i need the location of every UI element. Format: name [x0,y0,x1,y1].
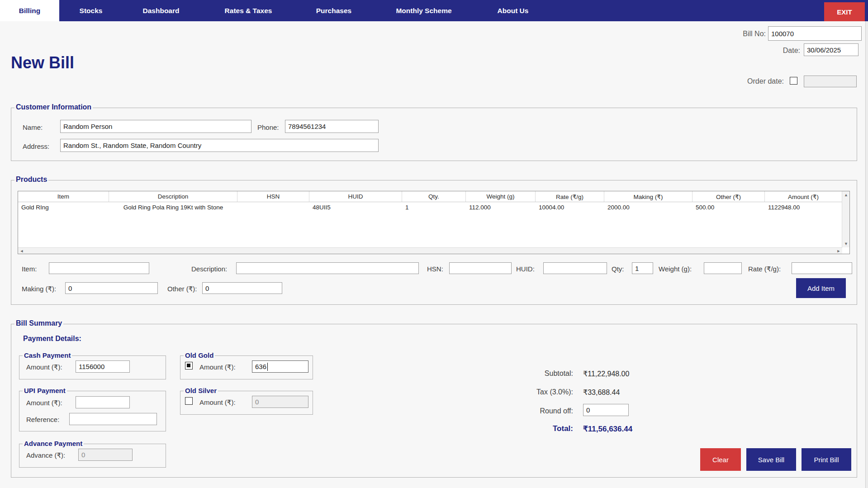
page-title: New Bill [11,53,74,72]
address-label: Address: [23,142,49,150]
cell-description: Gold Ring Pola Ring 19Kt with Stone [109,202,237,213]
order-date-checkbox[interactable] [790,77,797,85]
print-bill-button[interactable]: Print Bill [802,448,851,471]
entry-other-label: Other (₹): [167,285,197,293]
upi-reference-label: Reference: [26,416,59,423]
old-gold-checkbox[interactable] [185,362,193,370]
col-hsn: HSN [237,191,309,202]
col-item: Item [18,191,109,202]
advance-payment-group: Advance Payment Advance (₹): [19,444,166,468]
customer-information-legend: Customer Information [14,103,93,111]
table-vertical-scrollbar[interactable]: ▲ ▼ [842,191,849,247]
customer-phone-input[interactable] [285,120,379,133]
entry-huid-label: HUID: [516,265,535,273]
bill-summary-legend: Bill Summary [14,319,63,327]
upi-amount-input[interactable] [76,396,130,408]
nav-tab-rates-taxes[interactable]: Rates & Taxes [199,0,297,21]
nav-tab-dashboard[interactable]: Dashboard [123,0,199,21]
order-date-input [804,76,857,87]
entry-huid-input[interactable] [543,262,607,274]
add-item-button[interactable]: Add Item [796,278,846,298]
window-scrollbar-track[interactable] [865,21,868,488]
nav-tab-purchases[interactable]: Purchases [297,0,370,21]
nav-tab-about-us[interactable]: About Us [477,0,549,21]
date-label: Date: [783,47,800,55]
customer-address-input[interactable] [60,139,379,152]
col-weight: Weight (g) [466,191,536,202]
advance-amount-label: Advance (₹): [26,451,65,460]
nav-tab-stocks[interactable]: Stocks [59,0,123,21]
bill-no-input[interactable] [768,26,862,41]
col-huid: HUID [309,191,402,202]
clear-button[interactable]: Clear [700,448,741,471]
scroll-left-icon[interactable]: ◄ [18,248,25,254]
top-navbar: Billing Stocks Dashboard Rates & Taxes P… [0,0,868,21]
phone-label: Phone: [257,123,279,131]
total-value: ₹11,56,636.44 [583,424,632,434]
old-silver-checkbox[interactable] [185,397,193,405]
entry-hsn-input[interactable] [449,262,512,274]
entry-description-input[interactable] [236,262,419,274]
entry-qty-input[interactable] [632,262,653,274]
advance-payment-legend: Advance Payment [23,440,84,447]
entry-other-input[interactable] [202,282,282,294]
table-row[interactable]: Gold RIng Gold Ring Pola Ring 19Kt with … [18,202,849,213]
customer-name-input[interactable] [60,120,251,133]
nav-tab-monthly-scheme[interactable]: Monthly Scheme [370,0,477,21]
exit-button[interactable]: EXIT [824,2,865,21]
old-gold-checkbox-fill [187,364,190,367]
entry-weight-input[interactable] [704,262,742,274]
upi-payment-group: UPI Payment Amount (₹): Reference: [19,391,166,431]
cell-weight: 112.000 [466,202,536,213]
col-making: Making (₹) [604,191,693,202]
cash-amount-input[interactable] [76,360,130,373]
subtotal-label: Subtotal: [501,370,573,378]
payment-details-label: Payment Details: [23,335,81,343]
upi-reference-input[interactable] [69,413,157,425]
cell-other: 500.00 [693,202,765,213]
entry-item-label: Item: [22,265,37,273]
entry-description-label: Description: [191,265,227,273]
old-silver-legend: Old Silver [184,387,218,394]
col-description: Description [109,191,237,202]
tax-label: Tax (3.0%): [501,388,573,396]
save-bill-button[interactable]: Save Bill [746,448,796,471]
billing-page: Billing Stocks Dashboard Rates & Taxes P… [0,0,868,488]
cell-making: 2000.00 [604,202,693,213]
name-label: Name: [23,123,43,131]
col-amount: Amount (₹) [765,191,842,202]
scroll-up-icon[interactable]: ▲ [842,191,850,199]
scroll-right-icon[interactable]: ► [835,248,842,254]
entry-rate-input[interactable] [792,262,852,274]
old-silver-amount-input [252,396,308,408]
products-table-header: Item Description HSN HUID Qty. Weight (g… [18,191,849,202]
entry-hsn-label: HSN: [427,265,443,273]
scroll-down-icon[interactable]: ▼ [842,240,850,247]
subtotal-value: ₹11,22,948.00 [583,370,629,378]
entry-making-label: Making (₹): [22,285,56,293]
date-input[interactable] [804,43,859,56]
nav-tab-billing[interactable]: Billing [0,0,59,21]
order-date-label: Order date: [747,77,784,85]
col-qty: Qty. [402,191,466,202]
tax-value: ₹33,688.44 [583,388,620,397]
old-gold-amount-input[interactable] [252,360,308,373]
entry-rate-label: Rate (₹/g): [748,265,781,273]
old-silver-amount-label: Amount (₹): [199,398,236,407]
cell-rate: 10004.00 [536,202,604,213]
roundoff-label: Round off: [501,407,573,415]
entry-making-input[interactable] [65,282,158,294]
customer-information-group: Customer Information Name: Phone: Addres… [11,108,857,161]
old-silver-group: Old Silver Amount (₹): [180,391,313,415]
cash-amount-label: Amount (₹): [26,363,62,371]
table-horizontal-scrollbar[interactable]: ◄ ► [18,247,842,254]
cash-payment-group: Cash Payment Amount (₹): [19,355,166,379]
col-rate: Rate (₹/g) [536,191,604,202]
cell-qty: 1 [402,202,466,213]
entry-weight-label: Weight (g): [659,265,692,273]
entry-item-input[interactable] [49,262,149,274]
advance-amount-input [78,449,133,461]
col-other: Other (₹) [693,191,765,202]
cell-item: Gold RIng [18,202,109,213]
roundoff-input[interactable] [583,404,629,416]
